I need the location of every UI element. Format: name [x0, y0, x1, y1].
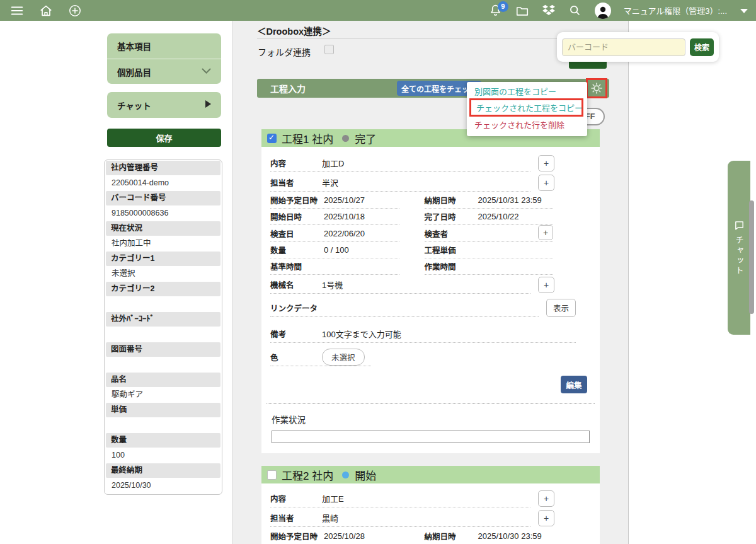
home-icon[interactable] [39, 4, 53, 18]
field-value: 22050014-demo [105, 175, 221, 191]
field-label: 最終納期 [106, 463, 220, 478]
sidebar-item-label: 基本項目 [117, 40, 151, 52]
sidebar-item-chat[interactable]: チャット [107, 92, 221, 118]
work-status-input[interactable] [272, 431, 590, 443]
folder-icon[interactable] [515, 4, 529, 18]
barcode-input[interactable] [562, 38, 685, 56]
process1-checkbox[interactable] [267, 134, 277, 143]
menu-item-delete-checked-rows[interactable]: チェックされた行を削除 [474, 119, 564, 132]
gear-icon[interactable] [590, 82, 603, 95]
save-button[interactable]: 保存 [107, 129, 221, 147]
vertical-scrollbar-thumb[interactable] [749, 200, 754, 314]
field-row: 色 未選択 [270, 347, 591, 367]
field-label: 機械名 [270, 279, 322, 291]
field-label: 数量 [270, 244, 324, 256]
gear-context-menu: 別図面の工程をコピー チェックされた工程をコピー チェックされた行を削除 [467, 82, 587, 136]
field-label: 内容 [270, 157, 322, 169]
field-value: 1号機 [322, 279, 343, 291]
field-label: 開始日時 [270, 211, 324, 223]
field-label: バーコード番号 [106, 191, 220, 205]
process-input-title: 工程入力 [270, 82, 306, 95]
process2-status: 開始 [355, 467, 376, 483]
field-label: 社外ﾊﾞｰｺｰﾄﾞ [106, 312, 220, 327]
field-value: 0 / 100 [324, 245, 349, 255]
field-value [105, 417, 221, 433]
field-value: 未選択 [105, 266, 221, 282]
sidebar-menu-group: 基本項目 個別品目 [107, 33, 221, 84]
field-label: 備考 [270, 328, 322, 340]
status-dot-start [342, 472, 349, 478]
sidebar-item-basic[interactable]: 基本項目 [107, 33, 221, 59]
annotation-box-menu-item: チェックされた工程をコピー [469, 98, 583, 117]
process1-title: 工程1 社内 [282, 130, 333, 146]
add-person-button[interactable]: + [538, 175, 554, 191]
field-label: 品名 [106, 373, 220, 387]
field-label: カテゴリー1 [106, 252, 220, 266]
edit-button[interactable]: 編集 [561, 376, 587, 393]
work-status-label: 作業状況 [272, 413, 591, 425]
sidebar-item-label: チャット [117, 99, 151, 112]
chat-side-tab[interactable]: チャット [728, 161, 750, 335]
user-avatar[interactable] [595, 3, 611, 19]
field-label: 開始予定日時 [270, 194, 324, 206]
field-label: 数量 [106, 433, 220, 448]
caret-down-icon[interactable] [740, 4, 748, 18]
field-label: 開始予定日時 [270, 530, 324, 542]
hamburger-menu-icon[interactable] [10, 4, 24, 18]
field-value: 100文字まで入力可能 [322, 328, 401, 340]
add-person-button[interactable]: + [538, 510, 554, 526]
field-value: 2025/10/30 [105, 478, 221, 494]
field-value [105, 357, 221, 373]
field-value: 100 [105, 448, 221, 463]
add-content-button[interactable]: + [538, 155, 554, 171]
barcode-search-button[interactable]: 検索 [690, 38, 714, 56]
field-label: 検査者 [425, 228, 478, 240]
field-label: 基準時間 [270, 260, 324, 272]
chevron-down-icon [202, 67, 211, 76]
field-label: 担当者 [270, 512, 322, 524]
field-row: リンクデータ 表示 [270, 298, 591, 318]
add-inspector-button[interactable]: + [538, 225, 553, 240]
user-menu-label[interactable]: マニュアル権限（管理3）:... [624, 4, 727, 16]
field-row: 備考100文字まで入力可能 [270, 324, 591, 344]
add-machine-button[interactable]: + [538, 277, 554, 293]
field-value: 2022/06/20 [324, 229, 365, 238]
field-value: 加工E [322, 492, 344, 504]
field-value: 駆動ギア [105, 387, 221, 403]
folder-link-checkbox[interactable] [324, 45, 334, 54]
add-new-icon[interactable] [68, 4, 82, 18]
status-dot-done [342, 135, 349, 142]
field-label: 納期日時 [425, 530, 478, 542]
process1-status: 完了 [355, 130, 376, 146]
field-row: 機械名1号機 + [270, 275, 591, 294]
color-select-pill[interactable]: 未選択 [322, 349, 365, 366]
show-link-data-button[interactable]: 表示 [546, 299, 576, 317]
chat-tab-label: チャット [733, 236, 745, 276]
field-label: 単価 [106, 403, 220, 417]
process2-checkbox[interactable] [267, 470, 277, 480]
sidebar-item-individual[interactable]: 個別品目 [107, 59, 221, 84]
field-label: カテゴリー2 [106, 282, 220, 296]
menu-item-copy-checked-process[interactable]: チェックされた工程をコピー [471, 101, 583, 113]
process2-header: 工程2 社内 開始 [261, 466, 600, 483]
field-label: 検査日 [270, 228, 324, 240]
field-label: 工程単価 [425, 244, 478, 256]
add-content-button[interactable]: + [538, 490, 554, 507]
barcode-search-popup: 検索 [557, 32, 719, 62]
search-icon[interactable] [568, 4, 582, 18]
divider [266, 403, 595, 404]
field-row-pair: 検査日2022/06/20 検査者 + [270, 225, 553, 242]
folder-link-label: フォルダ連携 [258, 45, 311, 58]
field-value: 半沢 [322, 177, 338, 188]
field-value: 社内加工中 [105, 236, 221, 252]
field-value [105, 296, 221, 312]
field-value: 2025/10/30 23:59 [478, 531, 542, 541]
field-value: 2025/10/22 [478, 212, 519, 221]
field-value [105, 327, 221, 342]
notifications-bell-icon[interactable]: 9 [489, 4, 503, 18]
menu-item-copy-other-drawing[interactable]: 別図面の工程をコピー [474, 85, 556, 99]
dropbox-icon[interactable] [542, 4, 556, 18]
process2-card: 工程2 社内 開始 内容加工E + 担当者黒崎 + 開始予定日時2025/10/… [261, 466, 600, 544]
field-row-pair: 基準時間 作業時間 [270, 258, 553, 275]
field-row: 担当者半沢 + [270, 173, 591, 192]
